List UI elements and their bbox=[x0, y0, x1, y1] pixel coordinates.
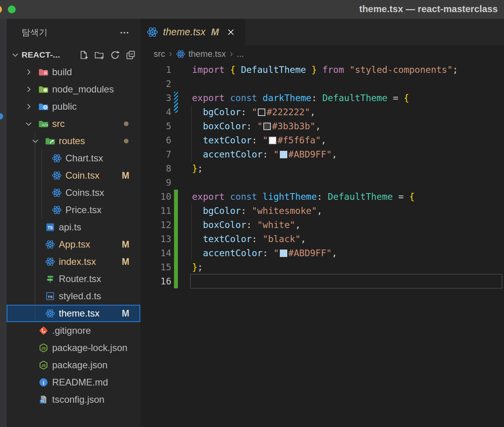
code-line-10[interactable]: 10export const lightTheme: DefaultTheme … bbox=[140, 190, 504, 204]
breadcrumb-separator: › bbox=[230, 49, 233, 59]
code-line-16[interactable]: 16 bbox=[140, 274, 504, 288]
tree-item-coins-tsx[interactable]: Coins.tsx bbox=[7, 184, 140, 201]
tree-item-tsconfig-json[interactable]: TStsconfig.json bbox=[7, 391, 140, 408]
new-folder-button[interactable] bbox=[93, 49, 105, 61]
tree-item-routes[interactable]: routes bbox=[7, 132, 140, 150]
tab-theme-tsx[interactable]: theme.tsx M bbox=[140, 19, 245, 45]
tree-item-router-tsx[interactable]: Router.tsx bbox=[7, 270, 140, 288]
color-swatch[interactable] bbox=[280, 151, 287, 158]
project-section-header[interactable]: REACT-... bbox=[7, 46, 140, 63]
color-swatch[interactable] bbox=[280, 250, 287, 257]
code-line-1[interactable]: 1import { DefaultTheme } from "styled-co… bbox=[140, 63, 504, 77]
chevron-spacer bbox=[24, 326, 38, 335]
explorer-title: 탐색기 bbox=[22, 27, 47, 38]
code-line-5[interactable]: 5 boxColor: "#3b3b3b", bbox=[140, 119, 504, 133]
new-file-button[interactable] bbox=[78, 49, 89, 61]
file-label: README.md bbox=[52, 377, 108, 388]
code-text: accentColor: "#ABD9FF", bbox=[140, 246, 504, 260]
collapse-folders-button[interactable] bbox=[125, 49, 136, 61]
tree-item-public[interactable]: public bbox=[7, 98, 140, 115]
code-text: export const lightTheme: DefaultTheme = … bbox=[140, 190, 504, 204]
tree-item-coin-tsx[interactable]: Coin.tsxM bbox=[7, 167, 140, 184]
chevron-spacer bbox=[31, 257, 45, 266]
color-swatch[interactable] bbox=[258, 109, 265, 116]
code-line-12[interactable]: 12 boxColor: "white", bbox=[140, 218, 504, 232]
chevron-spacer bbox=[31, 240, 45, 249]
file-label: index.tsx bbox=[59, 256, 96, 267]
refresh-explorer-button[interactable] bbox=[109, 49, 121, 61]
code-line-8[interactable]: 8}; bbox=[140, 161, 504, 176]
tree-item-styled-d-ts[interactable]: TSstyled.d.ts bbox=[7, 288, 140, 305]
activity-bar bbox=[0, 19, 7, 427]
code-text: accentColor: "#ABD9FF", bbox=[140, 147, 504, 161]
code-line-11[interactable]: 11 bgColor: "whitesmoke", bbox=[140, 204, 504, 218]
code-text: import { DefaultTheme } from "styled-com… bbox=[140, 63, 504, 77]
tree-indent-guide bbox=[42, 150, 42, 219]
tree-item-app-tsx[interactable]: App.tsxM bbox=[7, 236, 140, 253]
tab-modified-badge: M bbox=[211, 27, 219, 38]
svg-text:i: i bbox=[43, 380, 44, 386]
code-line-3[interactable]: 3export const darkTheme: DefaultTheme = … bbox=[140, 91, 504, 105]
color-swatch[interactable] bbox=[263, 123, 271, 130]
more-actions-icon[interactable] bbox=[118, 27, 130, 38]
gutter-added-indicator bbox=[174, 260, 178, 274]
code-line-4[interactable]: 4 bgColor: "#222222", bbox=[140, 105, 504, 119]
node-icon: JS bbox=[38, 343, 49, 353]
breadcrumb: src›theme.tsx›... bbox=[140, 45, 504, 63]
tree-item-src[interactable]: </>src bbox=[7, 115, 140, 132]
router-icon bbox=[45, 274, 55, 284]
color-swatch[interactable] bbox=[269, 137, 276, 144]
tree-item-build[interactable]: build bbox=[7, 63, 140, 81]
line-number: 4 bbox=[140, 105, 171, 119]
file-label: api.ts bbox=[59, 222, 81, 233]
folder-src-icon: </> bbox=[38, 119, 49, 129]
readme-icon: i bbox=[38, 377, 49, 387]
chevron-spacer bbox=[24, 395, 38, 404]
folder-routes-icon bbox=[45, 136, 55, 146]
code-line-7[interactable]: 7 accentColor: "#ABD9FF", bbox=[140, 147, 504, 161]
code-line-13[interactable]: 13 textColor: "black", bbox=[140, 232, 504, 246]
code-text: export const darkTheme: DefaultTheme = { bbox=[140, 91, 504, 105]
breadcrumb-item[interactable]: theme.tsx bbox=[189, 49, 226, 59]
file-label: App.tsx bbox=[59, 239, 90, 250]
gutter-added-indicator bbox=[174, 218, 178, 232]
explorer-sidebar: 탐색기 REACT-... buildnode_modulespublic</>… bbox=[7, 19, 140, 427]
chevron-spacer bbox=[38, 188, 52, 197]
code-line-15[interactable]: 15}; bbox=[140, 260, 504, 274]
code-text: }; bbox=[140, 161, 504, 176]
close-icon[interactable] bbox=[226, 27, 236, 37]
traffic-light-minimize[interactable] bbox=[0, 5, 2, 13]
chevron-right-icon bbox=[24, 67, 38, 77]
file-label: Coin.tsx bbox=[65, 170, 100, 181]
chevron-spacer bbox=[24, 343, 38, 353]
code-line-2[interactable]: 2 bbox=[140, 77, 504, 91]
code-line-6[interactable]: 6 textColor: "#f5f6fa", bbox=[140, 133, 504, 147]
tree-item-price-tsx[interactable]: Price.tsx bbox=[7, 201, 140, 219]
traffic-light-zoom[interactable] bbox=[8, 5, 16, 13]
chevron-spacer bbox=[31, 291, 45, 301]
tree-item-chart-tsx[interactable]: Chart.tsx bbox=[7, 150, 140, 167]
chevron-spacer bbox=[31, 223, 45, 232]
code-line-14[interactable]: 14 accentColor: "#ABD9FF", bbox=[140, 246, 504, 260]
project-name: REACT-... bbox=[22, 50, 60, 60]
window-title: theme.tsx — react-masterclass bbox=[359, 4, 498, 14]
breadcrumb-item[interactable]: ... bbox=[237, 49, 244, 59]
tree-item-index-tsx[interactable]: index.tsxM bbox=[7, 253, 140, 270]
breadcrumb-item[interactable]: src bbox=[154, 49, 165, 59]
chevron-spacer bbox=[31, 274, 45, 284]
line-number: 15 bbox=[140, 260, 171, 274]
tree-item--gitignore[interactable]: .gitignore bbox=[7, 322, 140, 339]
react-icon bbox=[45, 257, 55, 267]
tree-item-api-ts[interactable]: TSapi.ts bbox=[7, 219, 140, 236]
svg-text:TS: TS bbox=[48, 295, 53, 299]
code-editor[interactable]: 1import { DefaultTheme } from "styled-co… bbox=[140, 63, 504, 288]
tree-item-readme-md[interactable]: iREADME.md bbox=[7, 374, 140, 391]
file-label: Router.tsx bbox=[59, 273, 101, 284]
tree-item-theme-tsx[interactable]: theme.tsxM bbox=[7, 305, 140, 322]
tree-item-package-lock-json[interactable]: JSpackage-lock.json bbox=[7, 339, 140, 356]
code-line-9[interactable]: 9 bbox=[140, 176, 504, 190]
activity-badge bbox=[0, 113, 3, 119]
tree-item-node-modules[interactable]: node_modules bbox=[7, 81, 140, 98]
editor-area: theme.tsx M src›theme.tsx›... 1import { … bbox=[140, 19, 504, 427]
tree-item-package-json[interactable]: JSpackage.json bbox=[7, 356, 140, 374]
